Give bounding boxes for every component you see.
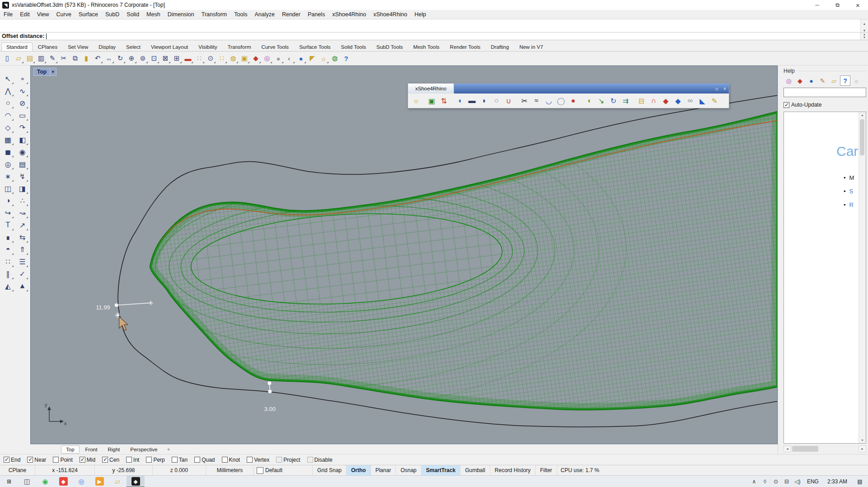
sphere-tool-icon[interactable]: ◉ <box>16 146 28 158</box>
array-tool-icon[interactable]: ∷ <box>2 256 14 267</box>
menu-item[interactable]: Panels <box>304 11 328 18</box>
text-tool-icon[interactable]: T <box>2 219 14 231</box>
xs-last-outline-icon[interactable]: ○ <box>490 95 502 107</box>
osnap-checkbox[interactable] <box>172 457 178 463</box>
chrome-icon[interactable]: ◎ <box>72 476 90 487</box>
osnap-checkbox[interactable] <box>194 457 200 463</box>
curve-handles-tool-icon[interactable]: ↷ <box>16 122 28 133</box>
task-view-icon[interactable]: ◫ <box>18 476 36 487</box>
osnap-toggle[interactable]: End <box>4 457 20 463</box>
join-tool-icon[interactable]: ∗ <box>2 170 14 182</box>
menu-item[interactable]: Surface <box>75 11 102 18</box>
section-tool-icon[interactable]: ☰ <box>16 256 28 267</box>
command-input[interactable] <box>47 33 868 40</box>
offset-tool-icon[interactable]: ∥ <box>2 268 14 280</box>
scroll-down-icon[interactable]: ▼ <box>863 27 866 33</box>
xs-tree-icon[interactable]: ⊟ <box>635 95 647 107</box>
osnap-toggle[interactable]: Vertex <box>247 457 269 463</box>
render-tab-icon[interactable]: ● <box>806 75 816 86</box>
select-tool-icon[interactable]: ↖ <box>2 73 14 84</box>
help-content[interactable]: Car M S R ▲ ▼ <box>784 112 866 444</box>
curve-tool-icon[interactable]: ∿ <box>16 85 28 97</box>
toolbar-tab[interactable]: Curve Tools <box>257 42 294 51</box>
osnap-checkbox[interactable] <box>102 457 108 463</box>
osnap-toggle[interactable]: Knot <box>222 457 240 463</box>
files-tab-icon[interactable]: ▱ <box>829 75 839 86</box>
circle-tool-icon[interactable]: ○ <box>2 97 14 109</box>
status-toggle[interactable]: Filter <box>535 465 557 475</box>
viewport-tab[interactable]: Perspective <box>126 446 162 453</box>
viewport-menu-chevron-icon[interactable]: ▾ <box>50 68 56 75</box>
menu-item[interactable]: Edit <box>16 11 33 18</box>
toolbar-tab[interactable]: Display <box>94 42 121 51</box>
xshoe4rhino-titlebar[interactable]: xShoe4Rhino ☼ × <box>408 84 729 94</box>
menu-item[interactable]: Help <box>411 11 430 18</box>
pan-icon[interactable]: ⇔ <box>103 53 114 64</box>
defender-icon[interactable]: ◊ <box>760 478 770 485</box>
color-tool-icon[interactable]: ◑ <box>2 195 14 206</box>
xs-collar-icon[interactable]: ◡ <box>543 95 555 107</box>
clock[interactable]: 2:33 AM <box>823 478 852 485</box>
extrude-tool-icon[interactable]: ⇑ <box>16 244 28 255</box>
toolbar-tab[interactable]: Solid Tools <box>336 42 371 51</box>
help-tab-icon[interactable]: ? <box>840 75 850 86</box>
notifications-flag-icon[interactable]: ◤ <box>307 53 318 64</box>
menu-item[interactable]: Render <box>278 11 304 18</box>
xs-outline-pair-icon[interactable]: ∞ <box>684 95 696 107</box>
osnap-checkbox[interactable] <box>80 457 85 463</box>
auto-update-checkbox[interactable] <box>784 102 789 108</box>
copy-icon[interactable]: ⧉ <box>70 53 80 64</box>
toolbar-tab[interactable]: Visibility <box>193 42 222 51</box>
surface-tool-icon[interactable]: ▦ <box>2 134 14 145</box>
viewport-tab[interactable]: Front <box>81 446 102 453</box>
xs-data-transfer-icon[interactable]: ⇅ <box>438 95 450 107</box>
render-sphere-icon[interactable]: ● <box>273 53 284 64</box>
osnap-checkbox[interactable] <box>222 457 228 463</box>
viewport-title-label[interactable]: Top <box>34 68 50 75</box>
viewport-layout-icon[interactable]: ⊞ <box>171 53 182 64</box>
toolbar-tab[interactable]: New in V7 <box>514 42 548 51</box>
auto-update-row[interactable]: Auto-Update <box>784 101 866 109</box>
scroll-up-icon[interactable]: ▲ <box>863 20 866 27</box>
top-viewport[interactable]: 11.99 3.00 y x <box>30 66 778 444</box>
toolbar-tab[interactable]: Transform <box>223 42 256 51</box>
spinner-up-icon[interactable]: ▲ <box>863 33 866 36</box>
boolean-tool-icon[interactable]: ◓ <box>2 244 14 255</box>
open-file-icon[interactable]: ▱ <box>13 53 24 64</box>
osnap-checkbox[interactable] <box>4 457 9 463</box>
rectangle-tool-icon[interactable]: ▭ <box>16 109 28 121</box>
offset-handle-left[interactable] <box>115 300 153 318</box>
xs-outline-icon[interactable]: ◯ <box>555 95 567 107</box>
layers-tab-icon[interactable]: ◆ <box>795 75 805 86</box>
xs-shoe-direction-icon[interactable]: ↘ <box>595 95 607 107</box>
volume-icon[interactable]: ◁) <box>792 478 803 485</box>
rhino-app-icon[interactable]: ◆ <box>127 476 145 487</box>
osnap-toggle[interactable]: Perp <box>146 457 164 463</box>
xs-options-gear-icon[interactable]: ☼ <box>410 95 422 107</box>
menu-item[interactable]: Transform <box>198 11 231 18</box>
toolbar-tab[interactable]: Mesh Tools <box>408 42 445 51</box>
osnap-checkbox[interactable] <box>276 457 282 463</box>
status-units[interactable]: Millimeters <box>206 465 254 475</box>
xs-cube-blue-icon[interactable]: ◆ <box>672 95 684 107</box>
osnap-checkbox[interactable] <box>53 457 59 463</box>
ellipse-tool-icon[interactable]: ⊘ <box>16 97 28 109</box>
check-tool-icon[interactable]: ✓ <box>16 268 28 280</box>
pyramid-tool-icon[interactable]: ▲ <box>16 280 28 292</box>
osnap-toggle[interactable]: Int <box>126 457 139 463</box>
menu-item[interactable]: View <box>33 11 53 18</box>
osnap-checkbox[interactable] <box>146 457 152 463</box>
osnap-checkbox[interactable] <box>247 457 253 463</box>
help-bullet[interactable]: S <box>844 188 853 195</box>
xs-brush-icon[interactable]: ◣ <box>696 95 708 107</box>
xs-last-icon[interactable]: ◖ <box>454 95 466 107</box>
notes-tab-icon[interactable]: ✎ <box>817 75 828 86</box>
arc-tool-icon[interactable]: ◠ <box>2 109 14 121</box>
cut-icon[interactable]: ✂ <box>58 53 69 64</box>
polyline-tool-icon[interactable]: ⋀ <box>2 85 14 97</box>
rotate-view-icon[interactable]: ↻ <box>115 53 126 64</box>
media-player-icon[interactable]: ▶ <box>90 476 108 487</box>
menu-item[interactable]: xShoe4Rhino <box>370 11 411 18</box>
zoom-in-icon[interactable]: ⊕ <box>126 53 137 64</box>
status-toggle[interactable]: Record History <box>490 465 535 475</box>
